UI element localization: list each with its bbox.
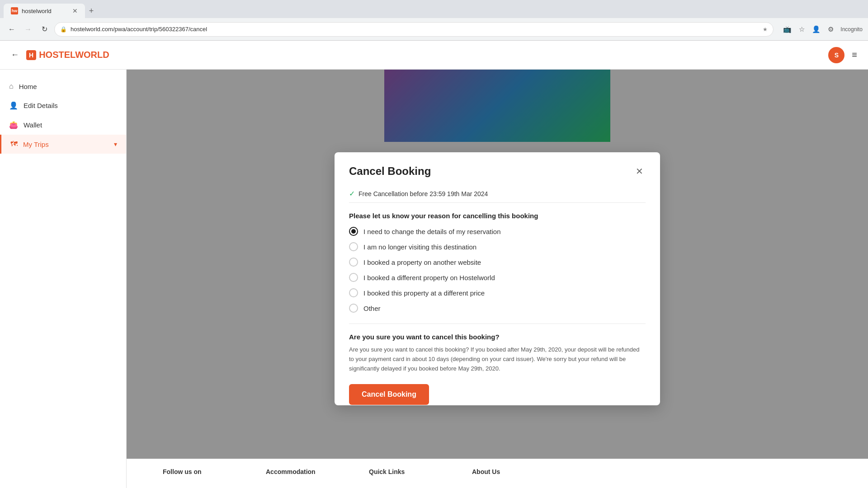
radio-label-5: I booked this property at a different pr… (363, 289, 485, 297)
home-icon: ⌂ (9, 82, 14, 90)
hamburger-menu-icon[interactable]: ≡ (852, 50, 857, 60)
logo-icon: H (26, 50, 36, 60)
browser-chrome: hw hostelworld ✕ + ← → ↻ 🔒 hostelworld.c… (0, 0, 868, 41)
confirmation-section: Are you sure you want to cancel this boo… (349, 324, 646, 373)
back-nav-button[interactable]: ← (5, 23, 18, 36)
modal-title: Cancel Booking (349, 165, 431, 178)
footer-quick-links-heading: Quick Links (369, 468, 450, 475)
logo-text: HOSTELWORLD (39, 50, 109, 60)
radio-circle-1[interactable] (349, 227, 358, 236)
radio-option-3[interactable]: I booked a property on another website (349, 258, 646, 267)
radio-circle-3[interactable] (349, 258, 358, 267)
cancel-booking-modal: Cancel Booking ✕ ✓ Free Cancellation bef… (335, 152, 660, 405)
sidebar-label-edit-details: Edit Details (24, 102, 58, 109)
modal-backdrop: Cancel Booking ✕ ✓ Free Cancellation bef… (127, 70, 868, 488)
footer: Follow us on Accommodation Quick Links A… (127, 459, 868, 488)
radio-label-2: I am no longer visiting this destination (363, 243, 476, 251)
profile-icon[interactable]: 👤 (810, 23, 822, 36)
footer-follow-us: Follow us on (163, 468, 244, 479)
radio-option-6[interactable]: Other (349, 304, 646, 313)
sidebar-item-home[interactable]: ⌂ Home (0, 77, 126, 96)
tab-bar: hw hostelworld ✕ + (0, 0, 868, 18)
free-cancellation-banner: ✓ Free Cancellation before 23:59 19th Ma… (349, 185, 646, 203)
radio-label-6: Other (363, 305, 381, 312)
tab-favicon: hw (11, 7, 18, 14)
radio-option-4[interactable]: I booked a different property on Hostelw… (349, 273, 646, 282)
sidebar-item-wallet[interactable]: 👛 Wallet (0, 115, 126, 135)
extensions-icon[interactable]: ⚙ (824, 23, 837, 36)
chevron-down-icon: ▾ (114, 141, 117, 148)
screen-cast-icon[interactable]: 📺 (781, 23, 793, 36)
sidebar-label-wallet: Wallet (24, 121, 42, 129)
forward-nav-button[interactable]: → (22, 23, 34, 36)
radio-label-4: I booked a different property on Hostelw… (363, 274, 495, 282)
incognito-label: Incognito (840, 26, 863, 33)
sidebar: ⌂ Home 👤 Edit Details 👛 Wallet 🗺 My Trip… (0, 70, 127, 488)
top-nav: ← H HOSTELWORLD S ≡ (0, 41, 868, 70)
reload-button[interactable]: ↻ (38, 23, 51, 36)
url-text: hostelworld.com/pwa/account/trip/5603223… (71, 26, 759, 33)
radio-label-3: I booked a property on another website (363, 258, 481, 266)
toolbar-icons: 📺 ☆ 👤 ⚙ Incognito (781, 23, 863, 36)
sidebar-item-my-trips[interactable]: 🗺 My Trips ▾ (0, 135, 126, 154)
wallet-icon: 👛 (9, 121, 18, 129)
content-area: Cancel Booking ✕ ✓ Free Cancellation bef… (127, 70, 868, 488)
radio-circle-4[interactable] (349, 273, 358, 282)
cancel-booking-button[interactable]: Cancel Booking (349, 384, 429, 405)
radio-circle-6[interactable] (349, 304, 358, 313)
active-tab[interactable]: hw hostelworld ✕ (4, 4, 85, 18)
edit-details-icon: 👤 (9, 101, 18, 110)
my-trips-icon: 🗺 (10, 140, 18, 148)
sidebar-label-my-trips: My Trips (23, 141, 49, 148)
page: ← H HOSTELWORLD S ≡ ⌂ Home 👤 Edit Detail… (0, 41, 868, 488)
footer-about-us: About Us (472, 468, 553, 479)
radio-label-1: I need to change the details of my reser… (363, 228, 501, 235)
radio-circle-5[interactable] (349, 288, 358, 297)
tab-title: hostelworld (22, 8, 52, 14)
check-icon: ✓ (349, 189, 355, 198)
user-avatar[interactable]: S (828, 47, 844, 63)
radio-option-2[interactable]: I am no longer visiting this destination (349, 242, 646, 251)
new-tab-button[interactable]: + (85, 5, 98, 17)
footer-follow-heading: Follow us on (163, 468, 244, 475)
main-content: ⌂ Home 👤 Edit Details 👛 Wallet 🗺 My Trip… (0, 70, 868, 488)
confirmation-heading: Are you sure you want to cancel this boo… (349, 333, 646, 341)
free-cancellation-text: Free Cancellation before 23:59 19th Mar … (359, 190, 488, 197)
radio-option-5[interactable]: I booked this property at a different pr… (349, 288, 646, 297)
bookmark-icon[interactable]: ☆ (795, 23, 808, 36)
footer-accommodation-heading: Accommodation (266, 468, 347, 475)
address-bar-row: ← → ↻ 🔒 hostelworld.com/pwa/account/trip… (0, 18, 868, 40)
sidebar-label-home: Home (19, 83, 37, 90)
footer-accommodation: Accommodation (266, 468, 347, 479)
footer-quick-links: Quick Links (369, 468, 450, 479)
reason-heading: Please let us know your reason for cance… (349, 212, 646, 220)
footer-about-us-heading: About Us (472, 468, 553, 475)
radio-option-1[interactable]: I need to change the details of my reser… (349, 227, 646, 236)
sidebar-item-edit-details[interactable]: 👤 Edit Details (0, 96, 126, 115)
confirmation-text: Are you sure you want to cancel this boo… (349, 345, 646, 373)
modal-header: Cancel Booking ✕ (349, 165, 646, 178)
back-button[interactable]: ← (11, 50, 19, 60)
logo: H HOSTELWORLD (26, 50, 109, 60)
tab-close-button[interactable]: ✕ (72, 7, 78, 14)
radio-circle-2[interactable] (349, 242, 358, 251)
reason-radio-group: I need to change the details of my reser… (349, 227, 646, 313)
modal-close-button[interactable]: ✕ (633, 165, 646, 178)
address-bar[interactable]: 🔒 hostelworld.com/pwa/account/trip/56032… (54, 22, 774, 37)
